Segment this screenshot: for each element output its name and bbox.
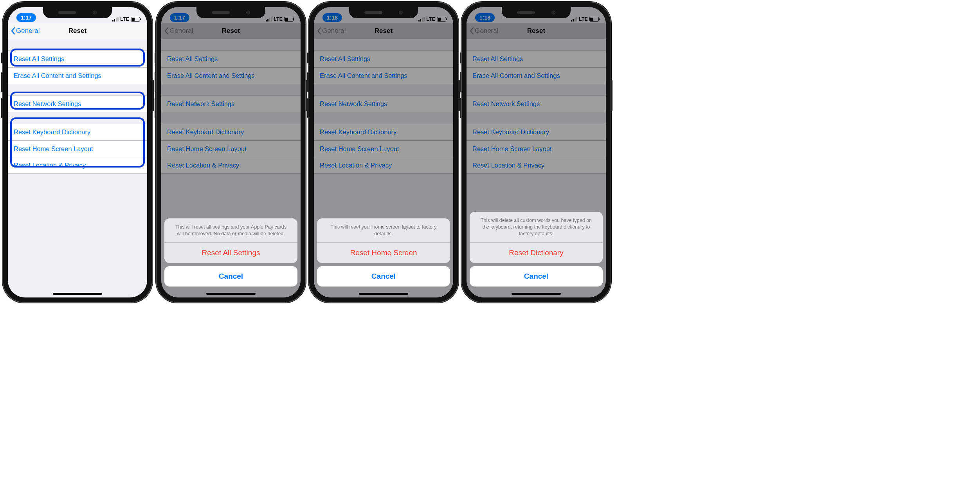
notch — [196, 7, 265, 18]
back-label: General — [16, 27, 40, 35]
sheet-cancel-button[interactable]: Cancel — [317, 266, 450, 287]
reset-list: Reset All SettingsErase All Content and … — [8, 39, 147, 174]
notch — [43, 7, 112, 18]
status-time: 1:17 — [16, 13, 36, 22]
sheet-destructive-button[interactable]: Reset Dictionary — [470, 243, 603, 263]
sheet-destructive-button[interactable]: Reset Home Screen — [317, 243, 450, 263]
phone-frame: 1:17LTEGeneralResetReset All SettingsEra… — [2, 2, 153, 303]
reset-network-settings[interactable]: Reset Network Settings — [8, 96, 147, 112]
phone-frame: 1:18LTEGeneralResetReset All SettingsEra… — [308, 2, 459, 303]
sheet-message: This will reset your home screen layout … — [317, 218, 450, 243]
nav-bar: GeneralReset — [8, 23, 147, 39]
network-label: LTE — [120, 16, 129, 22]
signal-icon — [112, 17, 119, 22]
battery-icon — [131, 17, 140, 22]
screen: 1:17LTEGeneralResetReset All SettingsEra… — [161, 7, 301, 297]
action-sheet: This will reset all settings and your Ap… — [164, 218, 297, 287]
sheet-destructive-button[interactable]: Reset All Settings — [164, 243, 297, 263]
screen: 1:18LTEGeneralResetReset All SettingsEra… — [314, 7, 453, 297]
reset-location-privacy[interactable]: Reset Location & Privacy — [8, 157, 147, 174]
phone-frame: 1:18LTEGeneralResetReset All SettingsEra… — [461, 2, 611, 303]
action-sheet: This will reset your home screen layout … — [317, 218, 450, 287]
sheet-message: This will reset all settings and your Ap… — [164, 218, 297, 243]
action-sheet: This will delete all custom words you ha… — [470, 212, 603, 287]
home-indicator[interactable] — [53, 293, 102, 295]
reset-all-settings[interactable]: Reset All Settings — [8, 50, 147, 67]
back-button[interactable]: General — [8, 27, 40, 35]
home-indicator[interactable] — [512, 293, 561, 295]
phone-frame: 1:17LTEGeneralResetReset All SettingsEra… — [156, 2, 306, 303]
reset-home-screen-layout[interactable]: Reset Home Screen Layout — [8, 141, 147, 157]
home-indicator[interactable] — [206, 293, 256, 295]
screen: 1:18LTEGeneralResetReset All SettingsEra… — [467, 7, 606, 297]
sheet-message: This will delete all custom words you ha… — [470, 212, 603, 243]
screen: 1:17LTEGeneralResetReset All SettingsEra… — [8, 7, 147, 297]
sheet-cancel-button[interactable]: Cancel — [470, 266, 603, 287]
erase-all-content[interactable]: Erase All Content and Settings — [8, 67, 147, 84]
notch — [349, 7, 418, 18]
home-indicator[interactable] — [359, 293, 408, 295]
notch — [502, 7, 571, 18]
sheet-cancel-button[interactable]: Cancel — [164, 266, 297, 287]
reset-keyboard-dictionary[interactable]: Reset Keyboard Dictionary — [8, 124, 147, 141]
